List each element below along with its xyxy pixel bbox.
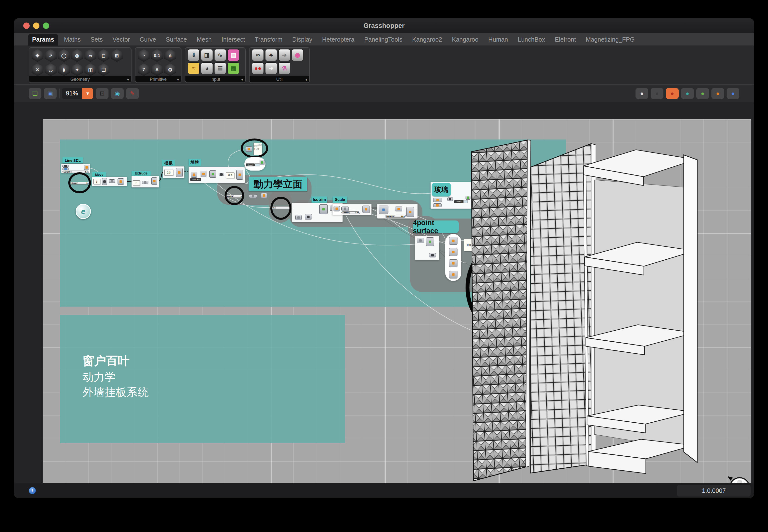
group-label[interactable]: Primitive: [135, 76, 181, 82]
group-offset[interactable]: Distance 0.05: [377, 204, 418, 219]
jagged-graph-icon[interactable]: ∿: [214, 49, 226, 61]
tab-display[interactable]: Display: [288, 34, 316, 46]
expand-arrow-icon[interactable]: ▾: [241, 77, 243, 82]
tab-kangaroo[interactable]: Kangaroo: [448, 34, 482, 46]
cherries-icon[interactable]: ●●: [252, 62, 264, 74]
value-list-icon[interactable]: ☰: [214, 62, 226, 74]
vector-2pt-icon[interactable]: ➚: [45, 49, 57, 62]
view-blue-button[interactable]: ●: [727, 88, 739, 99]
zoom-dropdown-button[interactable]: ▾: [82, 88, 93, 99]
tab-human[interactable]: Human: [484, 34, 512, 46]
e-ball-widget[interactable]: e: [76, 204, 91, 219]
jar-disc-icon[interactable]: ◉: [292, 49, 303, 61]
tab-magnetizing-fpg[interactable]: Magnetizing_FPG: [582, 34, 639, 46]
number-panel[interactable]: 3: [93, 179, 100, 184]
group-four-point[interactable]: [415, 236, 439, 260]
tab-curve[interactable]: Curve: [136, 34, 160, 46]
group-label-isotrim[interactable]: Isotrim: [312, 197, 327, 203]
group-label-scale[interactable]: Scale: [333, 197, 347, 203]
group-label-four-point[interactable]: 4point surface: [413, 220, 459, 233]
tab-kangaroo2[interactable]: Kangaroo2: [408, 34, 446, 46]
view-orange-button[interactable]: ●: [711, 88, 724, 99]
box-icon[interactable]: ◻: [98, 49, 109, 62]
group-move[interactable]: 3: [92, 177, 127, 186]
number-panel[interactable]: 0.2: [226, 172, 234, 178]
tab-surface[interactable]: Surface: [162, 34, 191, 46]
preview-off-button[interactable]: ●: [636, 88, 648, 99]
tab-vector[interactable]: Vector: [108, 34, 134, 46]
spectacles-icon[interactable]: ∞: [252, 49, 264, 61]
plane-icon[interactable]: ▱: [84, 49, 96, 62]
info-badge-icon[interactable]: !: [29, 487, 36, 494]
distance-slider[interactable]: Distance 0.05: [385, 215, 406, 218]
group-label-extrude[interactable]: Extrude: [131, 171, 150, 176]
import-icon[interactable]: ⇓: [188, 49, 200, 61]
number-panel[interactable]: 0.3: [164, 170, 173, 175]
preview-wire-button[interactable]: ●: [651, 88, 664, 99]
color-picker-icon[interactable]: ▦: [228, 62, 239, 74]
number-panel[interactable]: 3: [133, 180, 140, 186]
circle-icon[interactable]: ◯: [58, 49, 70, 62]
relay-arrow-icon[interactable]: ➜: [279, 49, 290, 61]
tab-params[interactable]: Params: [28, 34, 58, 46]
color-swatch[interactable]: [255, 163, 260, 166]
expand-arrow-icon[interactable]: ▾: [177, 77, 179, 82]
surface-4pt-stack[interactable]: [445, 234, 461, 281]
group-label[interactable]: Util: [250, 76, 309, 82]
group-extrude[interactable]: 3: [131, 176, 159, 187]
open-file-button[interactable]: ❏: [29, 88, 41, 99]
group-line-sdl[interactable]: Length 0.6: [61, 164, 90, 173]
surface-patch-icon[interactable]: ❏: [98, 63, 109, 76]
line-segment-icon[interactable]: ⧫: [58, 63, 70, 76]
mesh-box-icon[interactable]: ⊞: [111, 49, 123, 62]
scale-factor-slider[interactable]: Factor 0.95: [341, 211, 360, 214]
move-component[interactable]: [261, 193, 267, 198]
group-label-line-sdl[interactable]: Line SDL: [62, 157, 83, 163]
boolean-toggle-icon[interactable]: ◨: [201, 49, 213, 61]
grasshopper-canvas[interactable]: Line SDL Length 0.6 Count 50 Move 3 Extr…: [43, 119, 751, 498]
data-path-icon[interactable]: ⋔: [164, 49, 176, 62]
point-param-icon[interactable]: ◔: [138, 49, 150, 62]
group-label-floor-slab[interactable]: 樓板: [162, 160, 174, 166]
tab-heteroptera[interactable]: Heteroptera: [318, 34, 358, 46]
tab-mesh[interactable]: Mesh: [193, 34, 216, 46]
point-delete-icon[interactable]: ✕: [32, 63, 43, 76]
zoom-widget[interactable]: 91% ▾: [62, 88, 93, 99]
expand-arrow-icon[interactable]: ▾: [305, 77, 307, 82]
tab-elefront[interactable]: Elefront: [551, 34, 580, 46]
gradient-icon[interactable]: ▤: [228, 49, 239, 61]
color-swatch[interactable]: [463, 200, 468, 203]
tree-icon[interactable]: ♣: [265, 49, 277, 61]
number-panel[interactable]: 0.0: [464, 239, 474, 251]
view-green-button[interactable]: ●: [696, 88, 709, 99]
save-file-button[interactable]: ▣: [44, 88, 57, 99]
tab-maths[interactable]: Maths: [60, 34, 84, 46]
view-teal-button[interactable]: ●: [681, 88, 694, 99]
integer-icon[interactable]: 7: [138, 63, 150, 76]
group-label-wall[interactable]: 墙體: [188, 159, 201, 166]
tab-intersect[interactable]: Intersect: [218, 34, 249, 46]
twisted-box-icon[interactable]: ✦: [71, 63, 83, 76]
flask-icon[interactable]: ⚗: [279, 62, 290, 74]
unit-vector-component[interactable]: [249, 194, 257, 198]
zoom-extents-button[interactable]: ⊡: [96, 88, 108, 99]
group-wall[interactable]: Union Box 0.2: [188, 167, 245, 183]
cylinder-icon[interactable]: ◫: [84, 63, 96, 76]
sketch-icon[interactable]: ≈: [188, 62, 200, 74]
preview-component[interactable]: [260, 160, 265, 165]
tab-sets[interactable]: Sets: [86, 34, 106, 46]
vector-display-icon[interactable]: ✥: [32, 49, 43, 62]
preview-shaded-button[interactable]: ●: [666, 88, 679, 99]
group-label[interactable]: Input: [185, 76, 245, 82]
group-label-move[interactable]: Move: [92, 172, 106, 177]
group-glass[interactable]: 玻璃 Swatch: [430, 182, 472, 209]
knob-icon[interactable]: ◕: [201, 62, 213, 74]
expand-arrow-icon[interactable]: ▾: [127, 77, 129, 82]
group-scale[interactable]: Factor 0.95: [332, 204, 372, 215]
tab-transform[interactable]: Transform: [251, 34, 286, 46]
spiral-icon[interactable]: ◎: [71, 49, 83, 62]
redraw-brush-button[interactable]: ✎: [126, 88, 139, 99]
tab-panelingtools[interactable]: PanelingTools: [360, 34, 406, 46]
number-icon[interactable]: 0.1: [151, 49, 163, 62]
tab-lunchbox[interactable]: LunchBox: [514, 34, 549, 46]
